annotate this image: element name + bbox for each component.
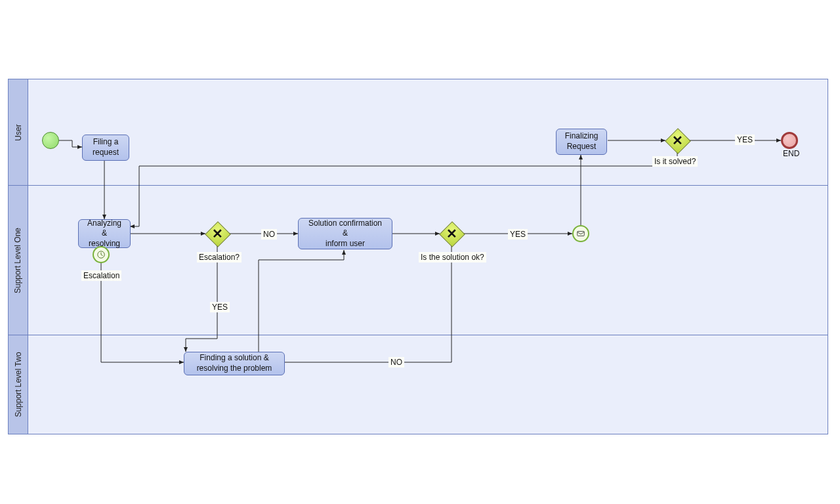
pool: User Support Level One Support Level Two <box>8 79 828 434</box>
end-event[interactable] <box>781 132 798 149</box>
task-finding[interactable]: Finding a solution &resolving the proble… <box>184 352 285 375</box>
gateway-escalation[interactable]: ✕ <box>205 222 229 245</box>
end-label: END <box>781 148 801 159</box>
timer-boundary-event[interactable] <box>93 246 110 263</box>
edge-label: YES <box>735 135 755 145</box>
task-filing[interactable]: Filing arequest <box>82 135 129 161</box>
lane-header-l1: Support Level One <box>9 186 28 335</box>
lane-header-user: User <box>9 79 28 185</box>
bpmn-canvas: User Support Level One Support Level Two <box>0 0 840 504</box>
lane-label: User <box>14 124 23 140</box>
lane-label: Support Level One <box>14 227 23 293</box>
task-label: Analyzing &resolving <box>84 219 125 249</box>
task-label: Filing arequest <box>93 137 119 158</box>
x-icon: ✕ <box>440 222 463 245</box>
timer-label: Escalation <box>81 270 121 281</box>
gateway-label: Is the solution ok? <box>419 252 486 262</box>
message-event[interactable] <box>572 225 589 242</box>
svg-rect-1 <box>578 232 585 236</box>
x-icon: ✕ <box>205 222 229 245</box>
edge-label: YES <box>210 302 230 312</box>
task-label: Finding a solution &resolving the proble… <box>197 353 272 373</box>
gateway-label: Escalation? <box>197 252 242 262</box>
gateway-solution-ok[interactable]: ✕ <box>440 222 463 245</box>
gateway-label: Is it solved? <box>652 156 698 167</box>
task-analyzing[interactable]: Analyzing &resolving <box>78 219 131 248</box>
x-icon: ✕ <box>665 129 689 152</box>
task-solution[interactable]: Solution confirmation&inform user <box>298 218 392 249</box>
edge-label: NO <box>388 357 404 368</box>
lane-header-l2: Support Level Two <box>9 335 28 434</box>
lane-l2: Support Level Two <box>9 335 828 434</box>
lane-user: User <box>9 79 828 186</box>
edge-label: NO <box>261 229 277 240</box>
clock-icon <box>96 250 106 259</box>
lane-l1: Support Level One <box>9 186 828 335</box>
gateway-solved[interactable]: ✕ <box>665 129 689 152</box>
edge-label: YES <box>508 229 528 240</box>
start-event[interactable] <box>42 132 59 149</box>
envelope-icon <box>576 229 585 238</box>
task-label: Solution confirmation&inform user <box>308 219 382 249</box>
lane-label: Support Level Two <box>14 352 23 417</box>
task-label: FinalizingRequest <box>565 131 598 152</box>
task-finalizing[interactable]: FinalizingRequest <box>556 129 607 155</box>
